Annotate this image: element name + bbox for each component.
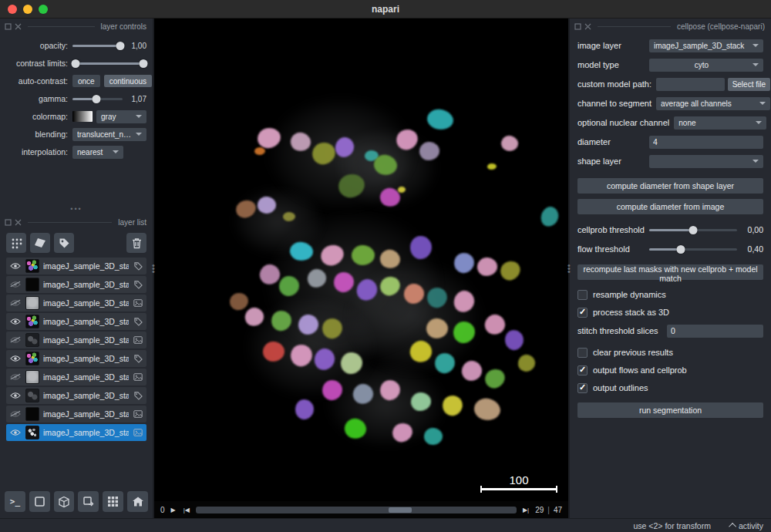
float-panel-icon[interactable] xyxy=(5,219,12,226)
left-splitter-handle[interactable]: ••• xyxy=(151,264,156,273)
viewer-canvas[interactable]: 100 xyxy=(154,19,568,501)
right-splitter-handle[interactable]: ••• xyxy=(567,264,571,273)
frame-slider-handle[interactable] xyxy=(389,507,412,513)
activity-button[interactable]: activity xyxy=(731,521,763,530)
chevron-down-icon xyxy=(756,121,762,124)
compute-diameter-from-shape-button[interactable]: compute diameter from shape layer xyxy=(577,178,763,194)
first-frame-button[interactable]: |◀ xyxy=(182,507,191,513)
interpolation-dropdown[interactable]: nearest xyxy=(72,146,123,159)
square-icon xyxy=(34,496,45,507)
run-segmentation-button[interactable]: run segmentation xyxy=(577,402,763,418)
visibility-toggle-icon[interactable] xyxy=(9,409,22,419)
float-panel-icon[interactable] xyxy=(5,23,12,30)
hide-panel-icon[interactable] xyxy=(584,23,591,30)
chevron-down-icon xyxy=(136,133,142,136)
close-window-button[interactable] xyxy=(8,5,17,14)
flow-threshold-slider[interactable] xyxy=(649,244,737,254)
layer-name: imageJ_sample_3D_stack_... xyxy=(43,372,129,382)
layer-name: imageJ_sample_3D_stack_... xyxy=(43,409,129,419)
roll-dimensions-button[interactable] xyxy=(54,491,75,512)
cell-blob xyxy=(318,242,347,268)
cell-blob xyxy=(390,422,413,444)
visibility-toggle-icon[interactable] xyxy=(9,354,22,363)
auto-contrast-continuous-button[interactable]: continuous xyxy=(104,75,152,87)
new-shapes-layer-button[interactable] xyxy=(30,233,50,253)
custom-model-path-input[interactable] xyxy=(656,78,725,91)
cell-blob xyxy=(403,283,425,305)
new-points-layer-button[interactable] xyxy=(6,233,26,253)
gamma-label: gamma: xyxy=(3,94,68,103)
float-panel-icon[interactable] xyxy=(574,23,581,30)
panel-resize-handle[interactable]: ••• xyxy=(0,205,153,214)
home-reset-view-button[interactable] xyxy=(127,491,148,512)
process-stack-3d-checkbox[interactable]: process stack as 3D xyxy=(577,306,763,318)
transpose-icon xyxy=(82,496,94,507)
channel-to-segment-dropdown[interactable]: average all channels xyxy=(656,97,770,110)
layer-row[interactable]: imageJ_sample_3D_stack_... xyxy=(6,406,146,423)
model-type-dropdown[interactable]: cyto xyxy=(649,59,763,72)
stitch-threshold-input[interactable] xyxy=(667,325,763,338)
layer-name: imageJ_sample_3D_stack_... xyxy=(43,298,129,308)
play-button[interactable]: ▶ xyxy=(170,507,177,513)
opacity-slider[interactable] xyxy=(72,41,123,51)
visibility-toggle-icon[interactable] xyxy=(9,317,22,326)
hide-panel-icon[interactable] xyxy=(15,219,22,226)
auto-contrast-once-button[interactable]: once xyxy=(72,75,100,87)
background-cloud xyxy=(322,241,507,395)
visibility-toggle-icon[interactable] xyxy=(9,372,22,382)
visibility-toggle-icon[interactable] xyxy=(9,261,22,271)
visibility-toggle-icon[interactable] xyxy=(9,335,22,345)
layer-thumbnail xyxy=(25,315,39,328)
clear-previous-results-checkbox[interactable]: clear previous results xyxy=(577,346,763,359)
layer-row[interactable]: imageJ_sample_3D_stack_... xyxy=(6,387,146,404)
last-frame-button[interactable]: ▶| xyxy=(521,507,530,513)
shape-layer-dropdown[interactable] xyxy=(649,155,763,168)
layer-row[interactable]: imageJ_sample_3D_stack xyxy=(6,424,146,441)
channel-to-segment-label: channel to segment xyxy=(577,99,651,108)
select-file-button[interactable]: Select file xyxy=(728,78,770,91)
layer-name: imageJ_sample_3D_stack_... xyxy=(43,280,129,289)
colormap-gradient-chip xyxy=(72,111,93,122)
new-labels-layer-button[interactable] xyxy=(54,233,74,253)
layer-row[interactable]: imageJ_sample_3D_stack_... xyxy=(6,276,146,293)
compute-diameter-from-image-button[interactable]: compute diameter from image xyxy=(577,199,763,214)
checkbox-icon xyxy=(577,348,588,358)
layer-row[interactable]: imageJ_sample_3D_stack_... xyxy=(6,258,146,274)
layer-row[interactable]: imageJ_sample_3D_stack_... xyxy=(6,295,146,311)
visibility-toggle-icon[interactable] xyxy=(9,391,22,400)
nuclear-channel-dropdown[interactable]: none xyxy=(674,116,766,130)
cell-blob xyxy=(229,291,250,311)
visibility-toggle-icon[interactable] xyxy=(9,428,22,437)
recompute-masks-button[interactable]: recompute last masks with new cellprob +… xyxy=(577,264,763,280)
gamma-slider[interactable] xyxy=(72,94,123,104)
output-outlines-checkbox[interactable]: output outlines xyxy=(577,382,763,394)
layer-type-icon xyxy=(133,281,143,289)
console-button[interactable]: >_ xyxy=(5,491,25,512)
image-layer-dropdown[interactable]: imageJ_sample_3D_stack xyxy=(649,39,763,52)
diameter-input[interactable] xyxy=(649,136,763,149)
cell-blob xyxy=(340,352,362,374)
layer-type-icon xyxy=(133,318,143,326)
minimize-window-button[interactable] xyxy=(23,5,32,14)
zoom-window-button[interactable] xyxy=(39,5,48,14)
frame-slider[interactable] xyxy=(196,507,517,513)
contrast-limits-slider[interactable] xyxy=(72,59,146,69)
transpose-dimensions-button[interactable] xyxy=(78,491,99,512)
output-flows-checkbox[interactable]: output flows and cellprob xyxy=(577,364,763,376)
resample-dynamics-checkbox[interactable]: resample dynamics xyxy=(577,288,763,301)
cellprob-threshold-slider[interactable] xyxy=(649,225,737,235)
stitch-threshold-label: stitch threshold slices xyxy=(577,326,662,335)
blending-dropdown[interactable]: translucent_no_depth xyxy=(72,128,146,141)
visibility-toggle-icon[interactable] xyxy=(9,280,22,289)
layer-row[interactable]: imageJ_sample_3D_stack_... xyxy=(6,313,146,330)
layer-row[interactable]: imageJ_sample_3D_stack_... xyxy=(6,369,146,386)
visibility-toggle-icon[interactable] xyxy=(9,298,22,308)
grid-view-button[interactable] xyxy=(103,491,123,512)
delete-layer-button[interactable] xyxy=(126,233,146,253)
cellpose-plugin-panel: cellpose (cellpose-napari) image layer i… xyxy=(568,19,771,518)
layer-row[interactable]: imageJ_sample_3D_stack_... xyxy=(6,350,146,367)
hide-panel-icon[interactable] xyxy=(15,23,22,30)
layer-row[interactable]: imageJ_sample_3D_stack_... xyxy=(6,332,146,348)
ndisplay-toggle-button[interactable] xyxy=(29,491,50,512)
colormap-dropdown[interactable]: gray xyxy=(96,110,146,123)
